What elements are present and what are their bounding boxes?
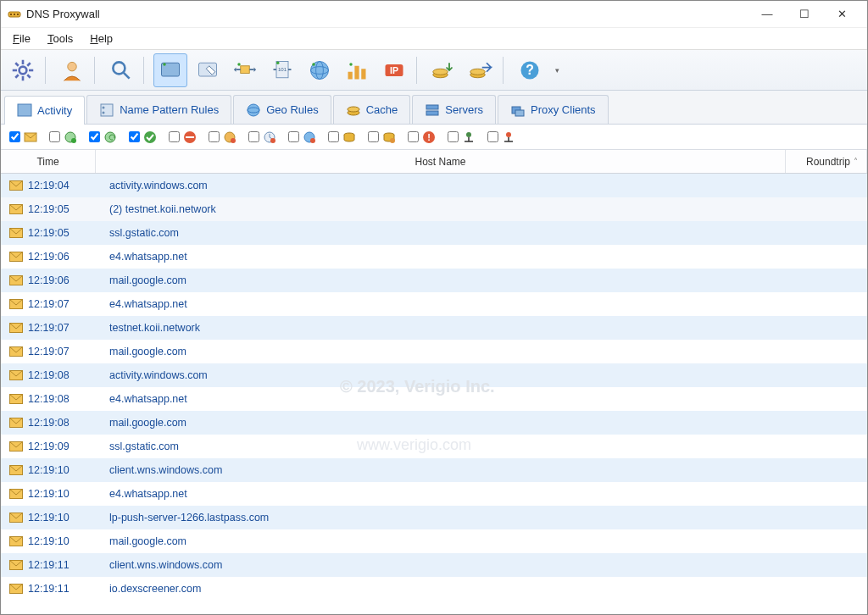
table-row[interactable]: 12:19:10client.wns.windows.com: [1, 458, 867, 482]
table-row[interactable]: 12:19:11io.dexscreener.com: [1, 577, 867, 601]
clear-button[interactable]: [191, 53, 225, 87]
table-row[interactable]: 12:19:06mail.google.com: [1, 269, 867, 292]
time-value: 12:19:06: [28, 274, 70, 286]
export-button[interactable]: 101: [265, 53, 299, 87]
svg-point-23: [276, 61, 280, 64]
cell-time: 12:19:10: [1, 464, 96, 476]
earth-block-icon: [303, 130, 316, 144]
svg-point-17: [163, 63, 166, 66]
mail-icon: [9, 465, 23, 475]
menu-help[interactable]: Help: [83, 29, 120, 48]
time-value: 12:19:08: [28, 417, 70, 429]
globe-allow-icon: [64, 130, 77, 144]
column-header-time[interactable]: Time: [1, 150, 96, 173]
time-value: 12:19:05: [28, 203, 70, 215]
svg-point-62: [270, 138, 275, 143]
filter-alert-checkbox[interactable]: [408, 131, 419, 142]
mail-icon: [24, 130, 37, 144]
menu-file[interactable]: File: [6, 29, 37, 48]
db-warn-icon: [382, 130, 396, 144]
menu-tools[interactable]: Tools: [41, 29, 80, 48]
cell-hostname: client.wns.windows.com: [96, 559, 786, 571]
svg-point-20: [237, 63, 241, 66]
filter-allow-checkbox[interactable]: [49, 131, 60, 142]
activity-table-body: © 2023, Verigio Inc. www.verigio.com 12:…: [1, 174, 867, 615]
chevron-down-icon: ▾: [555, 66, 559, 75]
svg-point-42: [103, 106, 105, 108]
mail-icon: [9, 204, 23, 214]
cell-time: 12:19:05: [1, 227, 96, 239]
help-button[interactable]: ?: [513, 53, 547, 87]
table-row[interactable]: 12:19:11client.wns.windows.com: [1, 553, 867, 577]
tab-proxy-clients[interactable]: Proxy Clients: [498, 95, 609, 124]
sort-arrow-icon: ˄: [854, 157, 858, 166]
net-node-icon: [462, 130, 476, 144]
tab-servers-label: Servers: [445, 103, 483, 116]
tab-geo-rules[interactable]: Geo Rules: [233, 95, 331, 124]
table-row[interactable]: 12:19:07e4.whatsapp.net: [1, 292, 867, 316]
minimize-button[interactable]: —: [748, 2, 786, 27]
table-row[interactable]: 12:19:08activity.windows.com: [1, 363, 867, 387]
table-row[interactable]: 12:19:05ssl.gstatic.com: [1, 221, 867, 245]
tab-name-pattern-rules[interactable]: Name Pattern Rules: [86, 95, 231, 124]
clock-block-icon: [263, 130, 276, 144]
toolbar-overflow-button[interactable]: ▾: [550, 53, 564, 87]
filter-db-checkbox[interactable]: [328, 131, 339, 142]
mail-icon: [9, 323, 23, 333]
table-row[interactable]: 12:19:06e4.whatsapp.net: [1, 245, 867, 269]
search-button[interactable]: [104, 53, 138, 87]
cell-time: 12:19:05: [1, 203, 96, 215]
filter-time-checkbox[interactable]: [248, 131, 259, 142]
cell-time: 12:19:09: [1, 440, 96, 452]
svg-point-54: [71, 138, 76, 143]
filter-warn-checkbox[interactable]: [209, 131, 220, 142]
stats-button[interactable]: [340, 53, 374, 87]
table-row[interactable]: 12:19:09ssl.gstatic.com: [1, 435, 867, 458]
filter-mail-checkbox[interactable]: [9, 131, 20, 142]
tab-cache[interactable]: Cache: [333, 95, 411, 124]
svg-point-60: [231, 138, 236, 143]
close-button[interactable]: ✕: [823, 2, 860, 27]
table-row[interactable]: 12:19:07mail.google.com: [1, 340, 867, 363]
maximize-button[interactable]: ☐: [786, 2, 823, 27]
eraser-icon: [196, 58, 220, 82]
user-button[interactable]: [55, 53, 89, 87]
table-row[interactable]: 12:19:04activity.windows.com: [1, 174, 867, 197]
filter-verified-checkbox[interactable]: [129, 131, 140, 142]
table-row[interactable]: 12:19:08mail.google.com: [1, 411, 867, 435]
svg-rect-19: [241, 65, 250, 73]
table-row[interactable]: 12:19:07testnet.koii.network: [1, 316, 867, 340]
table-row[interactable]: 12:19:10e4.whatsapp.net: [1, 482, 867, 506]
table-row[interactable]: 12:19:08e4.whatsapp.net: [1, 387, 867, 411]
activity-monitor-button[interactable]: [153, 53, 187, 87]
network-route-button[interactable]: [228, 53, 262, 87]
filter-netalert-checkbox[interactable]: [487, 131, 498, 142]
tab-servers[interactable]: Servers: [412, 95, 496, 124]
column-header-roundtrip[interactable]: Roundtrip˄: [786, 150, 867, 173]
column-header-hostname[interactable]: Host Name: [96, 150, 786, 173]
table-row[interactable]: 12:19:10lp-push-server-1266.lastpass.com: [1, 506, 867, 529]
geo-tab-icon: [246, 102, 261, 118]
table-row[interactable]: 12:19:10mail.google.com: [1, 529, 867, 553]
filter-refresh-checkbox[interactable]: [89, 131, 100, 142]
filter-block-checkbox[interactable]: [169, 131, 180, 142]
cell-hostname: io.dexscreener.com: [96, 583, 786, 595]
tab-activity[interactable]: Activity: [4, 96, 85, 125]
export-rules-button[interactable]: [464, 53, 498, 87]
filter-dbwarn-checkbox[interactable]: [368, 131, 379, 142]
cell-hostname: ssl.gstatic.com: [96, 440, 786, 452]
globe-button[interactable]: [303, 53, 337, 87]
import-rules-button[interactable]: [426, 53, 460, 87]
table-row[interactable]: 12:19:05 (2) testnet.koii.network: [1, 197, 867, 221]
cell-time: 12:19:10: [1, 512, 96, 524]
filter-netup-checkbox[interactable]: [448, 131, 459, 142]
time-value: 12:19:08: [28, 393, 70, 405]
settings-button[interactable]: [6, 53, 40, 87]
filter-geo-checkbox[interactable]: [288, 131, 299, 142]
ip-button[interactable]: IP: [377, 53, 411, 87]
svg-point-70: [466, 132, 471, 137]
svg-rect-3: [17, 14, 19, 15]
cell-hostname: mail.google.com: [96, 417, 786, 429]
tab-activity-label: Activity: [37, 104, 72, 117]
window-title: DNS Proxywall: [26, 8, 100, 20]
